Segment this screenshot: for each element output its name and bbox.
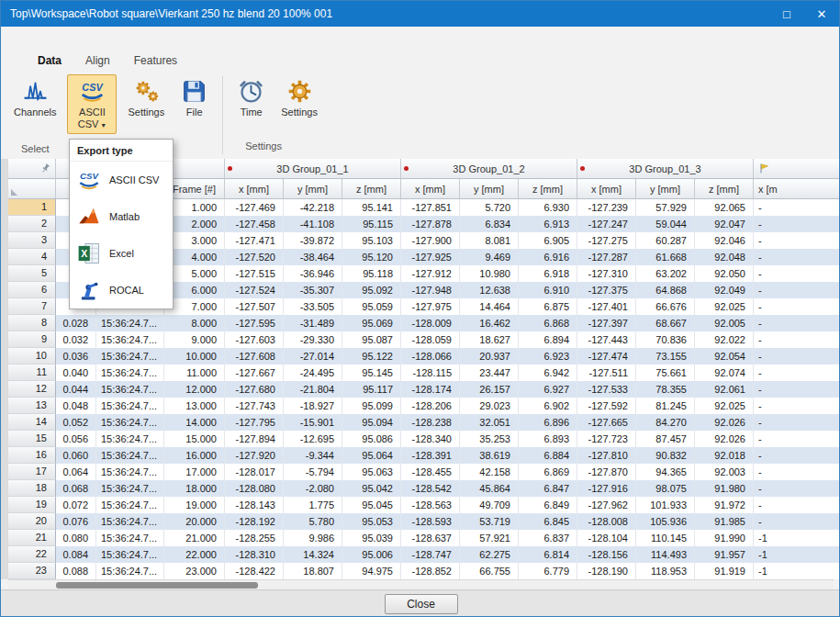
cell-value[interactable]: 78.355 bbox=[636, 381, 695, 398]
cell-clipped[interactable]: - bbox=[754, 365, 840, 381]
cell-value[interactable]: 105.936 bbox=[636, 513, 695, 530]
cell-value[interactable]: -127.608 bbox=[225, 348, 284, 365]
cell-value[interactable]: -127.948 bbox=[401, 282, 460, 298]
cell-value[interactable]: 91.980 bbox=[695, 480, 754, 497]
cell-frame[interactable]: 17.000 bbox=[164, 464, 225, 480]
cell-value[interactable]: 95.039 bbox=[342, 530, 401, 546]
cell-value[interactable]: 95.115 bbox=[342, 216, 401, 232]
cell-value[interactable]: -39.872 bbox=[284, 232, 342, 249]
cell-value[interactable]: 95.117 bbox=[342, 381, 401, 398]
cell-value[interactable]: -128.340 bbox=[401, 431, 460, 447]
cell-value[interactable]: -127.239 bbox=[577, 199, 636, 216]
row-number[interactable]: 4 bbox=[8, 249, 56, 265]
cell-value[interactable]: -128.593 bbox=[401, 513, 460, 530]
ribbon-button-settings[interactable]: Settings bbox=[275, 74, 323, 121]
cell-clipped[interactable]: - bbox=[754, 414, 840, 431]
cell-value[interactable]: 14.324 bbox=[284, 546, 342, 563]
cell-value[interactable]: 6.905 bbox=[519, 232, 577, 249]
cell-value[interactable]: 91.972 bbox=[695, 497, 754, 513]
cell-value[interactable]: -2.080 bbox=[284, 480, 342, 497]
cell-value[interactable]: 61.668 bbox=[636, 249, 695, 265]
cell-clipped[interactable]: - bbox=[754, 464, 840, 480]
row-number[interactable]: 10 bbox=[8, 348, 56, 365]
group-header-3d-group-01-3[interactable]: 3D Group_01_3 bbox=[577, 159, 754, 179]
cell-value[interactable]: 57.921 bbox=[460, 530, 519, 546]
tab-data[interactable]: Data bbox=[28, 52, 71, 69]
cell-value[interactable]: 42.158 bbox=[460, 464, 519, 480]
cell-value[interactable]: -127.900 bbox=[401, 232, 460, 249]
row-number[interactable]: 13 bbox=[8, 398, 56, 414]
cell-value[interactable]: -128.563 bbox=[401, 497, 460, 513]
cell-frame[interactable]: 16.000 bbox=[164, 447, 225, 464]
cell-value[interactable]: -5.794 bbox=[284, 464, 342, 480]
cell-time[interactable]: 0.028 bbox=[56, 315, 96, 331]
column-header-clipped[interactable]: x [m bbox=[754, 179, 840, 199]
cell-value[interactable]: 92.054 bbox=[695, 348, 754, 365]
cell-value[interactable]: 6.847 bbox=[519, 480, 577, 497]
cell-value[interactable]: 9.986 bbox=[284, 530, 342, 546]
row-number[interactable]: 16 bbox=[8, 447, 56, 464]
cell-value[interactable]: 91.957 bbox=[695, 546, 754, 563]
cell-value[interactable]: -127.375 bbox=[577, 282, 636, 298]
cell-value[interactable]: 32.051 bbox=[460, 414, 519, 431]
cell-value[interactable]: 6.893 bbox=[519, 431, 577, 447]
column-header-z-mm-3[interactable]: z [mm] bbox=[695, 179, 754, 199]
tab-features[interactable]: Features bbox=[125, 52, 186, 69]
close-button[interactable]: Close bbox=[385, 594, 458, 614]
row-number[interactable]: 3 bbox=[8, 232, 56, 249]
menu-item-ascii-csv[interactable]: CSVASCII CSV bbox=[70, 162, 173, 198]
cell-value[interactable]: 95.064 bbox=[342, 447, 401, 464]
cell-value[interactable]: -127.743 bbox=[225, 398, 284, 414]
cell-value[interactable]: -127.524 bbox=[225, 282, 284, 298]
cell-value[interactable]: 92.074 bbox=[695, 365, 754, 381]
cell-clipped[interactable]: - bbox=[754, 282, 840, 298]
cell-value[interactable]: -128.192 bbox=[225, 513, 284, 530]
column-header-x-mm-3[interactable]: x [mm] bbox=[577, 179, 636, 199]
close-button[interactable]: ✕ bbox=[804, 1, 839, 27]
row-number[interactable]: 12 bbox=[8, 381, 56, 398]
horizontal-scrollbar[interactable] bbox=[8, 579, 834, 589]
cell-time[interactable]: 0.036 bbox=[56, 348, 96, 365]
cell-value[interactable]: -127.595 bbox=[225, 315, 284, 331]
cell-value[interactable]: 95.092 bbox=[342, 282, 401, 298]
cell-timestamp[interactable]: 15:36:24.7... bbox=[96, 331, 164, 348]
cell-value[interactable]: -127.592 bbox=[577, 398, 636, 414]
cell-frame[interactable]: 10.000 bbox=[164, 348, 225, 365]
cell-value[interactable]: 95.053 bbox=[342, 513, 401, 530]
cell-frame[interactable]: 22.000 bbox=[164, 546, 225, 563]
cell-value[interactable]: 57.929 bbox=[636, 199, 695, 216]
cell-value[interactable]: 1.775 bbox=[284, 497, 342, 513]
cell-value[interactable]: -42.218 bbox=[284, 199, 342, 216]
cell-timestamp[interactable]: 15:36:24.7... bbox=[96, 546, 164, 563]
cell-timestamp[interactable]: 15:36:24.7... bbox=[96, 563, 164, 579]
cell-value[interactable]: 92.005 bbox=[695, 315, 754, 331]
cell-timestamp[interactable]: 15:36:24.7... bbox=[96, 464, 164, 480]
cell-value[interactable]: 95.069 bbox=[342, 315, 401, 331]
cell-value[interactable]: -127.520 bbox=[225, 249, 284, 265]
cell-value[interactable]: 92.046 bbox=[695, 232, 754, 249]
cell-value[interactable]: -127.397 bbox=[577, 315, 636, 331]
cell-frame[interactable]: 15.000 bbox=[164, 431, 225, 447]
cell-value[interactable]: 35.253 bbox=[460, 431, 519, 447]
cell-value[interactable]: -27.014 bbox=[284, 348, 342, 365]
cell-time[interactable]: 0.068 bbox=[56, 480, 96, 497]
cell-frame[interactable]: 11.000 bbox=[164, 365, 225, 381]
titlebar[interactable]: Top\Workspace\Robot square\Vierkant 250 … bbox=[1, 1, 839, 27]
cell-clipped[interactable]: - bbox=[754, 199, 840, 216]
cell-value[interactable]: 59.044 bbox=[636, 216, 695, 232]
row-number[interactable]: 8 bbox=[8, 315, 56, 331]
cell-value[interactable]: -127.894 bbox=[225, 431, 284, 447]
cell-value[interactable]: -128.310 bbox=[225, 546, 284, 563]
cell-frame[interactable]: 21.000 bbox=[164, 530, 225, 546]
column-header-x-mm-1[interactable]: x [mm] bbox=[225, 179, 284, 199]
cell-value[interactable]: -127.723 bbox=[577, 431, 636, 447]
cell-value[interactable]: -127.925 bbox=[401, 249, 460, 265]
cell-value[interactable]: -128.190 bbox=[577, 563, 636, 579]
cell-value[interactable]: -38.464 bbox=[284, 249, 342, 265]
cell-clipped[interactable]: - bbox=[754, 480, 840, 497]
cell-value[interactable]: 94.975 bbox=[342, 563, 401, 579]
cell-value[interactable]: -31.489 bbox=[284, 315, 342, 331]
cell-time[interactable]: 0.076 bbox=[56, 513, 96, 530]
cell-timestamp[interactable]: 15:36:24.7... bbox=[96, 447, 164, 464]
cell-value[interactable]: 45.864 bbox=[460, 480, 519, 497]
